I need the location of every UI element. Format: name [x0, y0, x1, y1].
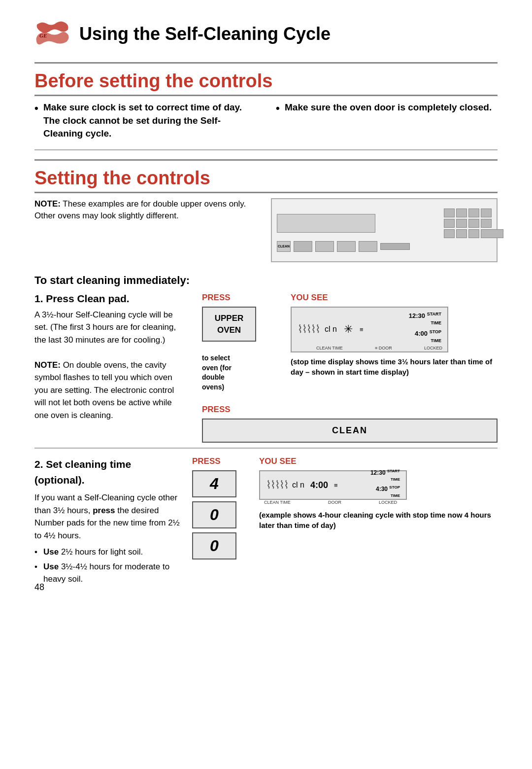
logo-area: GE — [34, 20, 71, 48]
step1-section: 1. Press Clean pad. A 3½-hour Self-Clean… — [34, 293, 187, 433]
upper-oven-button: UPPER OVEN — [202, 307, 256, 342]
svg-text:GE: GE — [39, 33, 47, 38]
oven-btn-7 — [468, 219, 479, 228]
oven-rect-2 — [315, 241, 334, 252]
brand-logo: GE — [34, 20, 71, 48]
step1-note: NOTE: On double ovens, the cavity symbol… — [34, 359, 187, 422]
display-wavy-2: ⌇⌇⌇⌇⌇ — [266, 479, 288, 491]
display-mockup-1: ⌇⌇⌇⌇⌇ cl n ✳ ≡ 12:30 STARTTIME 4:00 STOP… — [291, 307, 448, 352]
page-number: 48 — [34, 582, 44, 593]
note-bold: NOTE: — [34, 199, 61, 209]
display-wavy-1: ⌇⌇⌇⌇⌇ — [298, 323, 320, 336]
display-caption-1: (stop time display shows time 3½ hours l… — [291, 356, 498, 377]
oven-diagram: CLEAN — [271, 198, 498, 262]
note-text: These examples are for double upper oven… — [34, 199, 246, 221]
oven-btn-wide — [481, 229, 503, 238]
display-time1b: 4:00 STOPTIME — [409, 329, 441, 347]
to-select-label: to selectoven (fordoubleovens) — [202, 344, 232, 392]
use-bold-2: Use — [43, 562, 59, 571]
step2-right: PRESS 4 0 0 YOU SEE ⌇⌇⌇⌇⌇ cl n 4:00 — [192, 456, 498, 588]
title-u: U — [79, 24, 92, 44]
display-cl-1: cl n — [325, 325, 337, 334]
upper-oven-line1: UPPER — [211, 313, 247, 324]
display-4-00: 4:00 — [310, 480, 328, 490]
step1-body-text: A 3½-hour Self-Cleaning cycle will be se… — [34, 309, 187, 347]
before-bullets: Make sure clock is set to correct time o… — [34, 101, 498, 140]
press-col-1: PRESS UPPER OVEN to selectoven (fordoubl… — [202, 293, 281, 392]
display-time1a: 12:30 STARTTIME — [409, 312, 441, 329]
oven-btn-1 — [444, 209, 455, 217]
num-btn-0a: 0 — [192, 501, 236, 528]
locked-2: LOCKED — [379, 500, 397, 505]
oven-btn-3 — [468, 209, 479, 217]
oven-rect-3 — [337, 241, 356, 252]
title-rest: sing the Self-Cleaning Cycle — [92, 24, 331, 44]
before-section: Before setting the controls Make sure cl… — [34, 62, 498, 140]
step1-layout: 1. Press Clean pad. A 3½-hour Self-Clean… — [34, 293, 498, 443]
step2-bullets: Use 2½ hours for light soil. Use 3½-4½ h… — [34, 546, 182, 586]
display-mockup-2: ⌇⌇⌇⌇⌇ cl n 4:00 ≡ 12:30 STARTTIME 4:30 S… — [259, 470, 407, 500]
page: GE Using the Self-Cleaning Cycle Before … — [0, 0, 532, 607]
oven-top-row — [277, 209, 492, 238]
step2-layout: 2. Set cleaning time (optional). If you … — [34, 448, 498, 588]
oven-btn-8 — [481, 219, 492, 228]
bullet-light: Use 2½ hours for light soil. — [34, 546, 182, 559]
oven-rect-4 — [359, 241, 377, 252]
display-time-1: 12:30 STARTTIME 4:00 STOPTIME — [409, 312, 441, 348]
bullet-heavy: Use 3½-4½ hours for moderate to heavy so… — [34, 560, 182, 586]
oven-display — [277, 214, 375, 233]
display-time2a: 12:30 STARTTIME — [370, 469, 400, 485]
upper-oven-line2: OVEN — [211, 324, 247, 336]
step2-press-bold: press — [93, 506, 115, 515]
display-bars-1: ≡ — [360, 326, 364, 333]
use-bold-1: Use — [43, 547, 59, 557]
clean-time-label: CLEAN TIME — [316, 346, 343, 350]
display2-bottom-labels-wrap: CLEAN TIME DOOR LOCKED — [259, 499, 402, 506]
step1-title: 1. Press Clean pad. — [34, 293, 187, 305]
step2-body: If you want a Self-Cleaning cycle other … — [34, 491, 182, 542]
header-title: Using the Self-Cleaning Cycle — [79, 24, 331, 44]
setting-section-title: Setting the controls — [34, 168, 498, 193]
oven-btn-9 — [444, 229, 455, 238]
display-caption-2: (example shows 4-hour cleaning cycle wit… — [259, 510, 498, 530]
step1-note-bold: NOTE: — [34, 360, 61, 370]
oven-btn-10 — [456, 229, 467, 238]
cleaning-header: To start cleaning immediately: — [34, 274, 498, 287]
step2-title: 2. Set cleaning time (optional). — [34, 456, 182, 488]
display-labels-1: CLEAN TIME ≡ DOOR LOCKED — [316, 346, 442, 350]
oven-long-rect — [380, 243, 410, 250]
display-cl-2: cl n — [292, 481, 304, 489]
press-you-see-row1: PRESS UPPER OVEN to selectoven (fordoubl… — [202, 293, 498, 392]
you-see-col-1: YOU SEE ⌇⌇⌇⌇⌇ cl n ✳ ≡ 12:30 STARTTIME 4… — [291, 293, 498, 392]
press-clean-block: PRESS CLEAN — [202, 405, 498, 443]
oven-mid-row: CLEAN — [277, 241, 492, 252]
oven-btn-2 — [456, 209, 467, 217]
num-btn-0b: 0 — [192, 532, 236, 559]
clean-button-diagram: CLEAN — [277, 241, 291, 252]
press-col-2: PRESS 4 0 0 — [192, 456, 251, 588]
clean-button: CLEAN — [202, 419, 498, 443]
oven-btn-6 — [456, 219, 467, 228]
step1-body: A 3½-hour Self-Cleaning cycle will be se… — [34, 309, 187, 422]
oven-btn-11 — [468, 229, 479, 238]
display-time-2: 12:30 STARTTIME 4:30 STOPTIME — [370, 469, 400, 501]
setting-note: NOTE: These examples are for double uppe… — [34, 198, 261, 262]
oven-btn-5 — [444, 219, 455, 228]
clean-time-2: CLEAN TIME — [264, 500, 291, 505]
display2-bottom-labels: CLEAN TIME DOOR LOCKED — [259, 499, 402, 506]
you-see-col-2: YOU SEE ⌇⌇⌇⌇⌇ cl n 4:00 ≡ 12:30 STARTTIM… — [259, 456, 498, 588]
door-2: DOOR — [328, 500, 341, 505]
num-btn-4: 4 — [192, 470, 236, 497]
page-header: GE Using the Self-Cleaning Cycle — [34, 20, 498, 48]
you-see-label-1: YOU SEE — [291, 293, 498, 303]
oven-btn-4 — [481, 209, 492, 217]
step2-left: 2. Set cleaning time (optional). If you … — [34, 456, 182, 588]
oven-button-grid — [444, 209, 492, 238]
before-section-title: Before setting the controls — [34, 70, 498, 96]
press-label-1: PRESS — [202, 293, 231, 303]
oven-rect-1 — [294, 241, 312, 252]
press-label-2: PRESS — [202, 405, 498, 415]
display-bars-2: ≡ — [334, 482, 338, 489]
locked-label: LOCKED — [424, 346, 442, 350]
number-buttons: 4 0 0 — [192, 470, 236, 559]
